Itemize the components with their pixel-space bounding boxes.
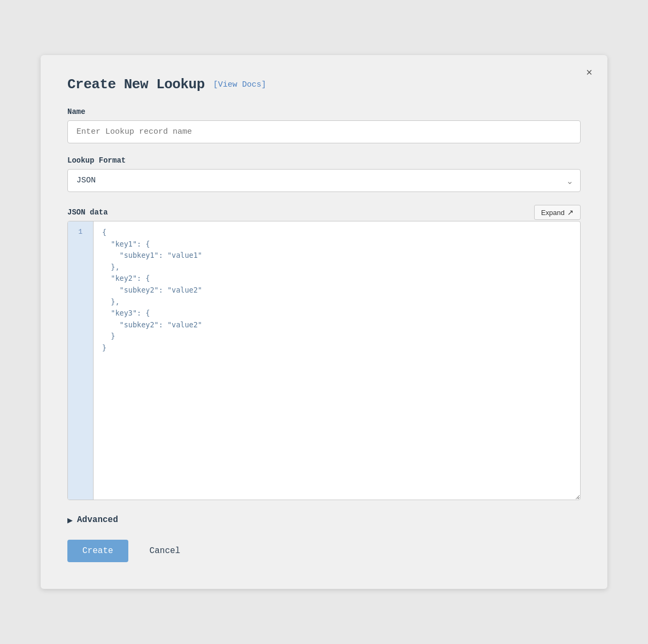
actions-row: Create Cancel — [67, 540, 581, 562]
close-button[interactable]: × — [586, 67, 592, 78]
code-editor-outer: 1 { "key1": { "subkey1": "value1" }, "ke… — [67, 221, 581, 500]
expand-button[interactable]: Expand ↗ — [534, 205, 581, 220]
code-editor: 1 { "key1": { "subkey1": "value1" }, "ke… — [67, 221, 581, 500]
json-data-header: JSON data Expand ↗ — [67, 205, 581, 221]
format-field-wrapper: Lookup Format JSON CSV XML ⌄ — [67, 156, 581, 192]
line-numbers: 1 — [68, 221, 94, 500]
expand-icon: ↗ — [567, 208, 574, 217]
name-label: Name — [67, 108, 581, 116]
create-button[interactable]: Create — [67, 540, 128, 562]
json-data-section: JSON data Expand ↗ 1 { "key1": { "subkey… — [67, 205, 581, 500]
dialog: Create New Lookup [View Docs] × Name Loo… — [41, 55, 607, 589]
dialog-title: Create New Lookup — [67, 76, 205, 93]
format-label: Lookup Format — [67, 156, 581, 165]
code-textarea[interactable]: { "key1": { "subkey1": "value1" }, "key2… — [94, 221, 580, 500]
expand-label: Expand — [541, 209, 565, 217]
advanced-label: Advanced — [77, 515, 118, 525]
dialog-header: Create New Lookup [View Docs] — [67, 76, 581, 93]
resize-handle-icon: ⌟ — [576, 492, 580, 499]
code-pre: { "key1": { "subkey1": "value1" }, "key2… — [102, 227, 572, 354]
name-field-wrapper: Name — [67, 108, 581, 156]
cancel-button[interactable]: Cancel — [139, 540, 191, 562]
advanced-arrow-icon: ▶ — [67, 516, 73, 524]
view-docs-link[interactable]: [View Docs] — [213, 80, 266, 89]
format-select-wrapper: JSON CSV XML ⌄ — [67, 169, 581, 192]
json-data-label: JSON data — [67, 208, 108, 217]
format-select[interactable]: JSON CSV XML — [67, 169, 581, 192]
name-input[interactable] — [67, 120, 581, 143]
advanced-section[interactable]: ▶ Advanced — [67, 515, 581, 525]
